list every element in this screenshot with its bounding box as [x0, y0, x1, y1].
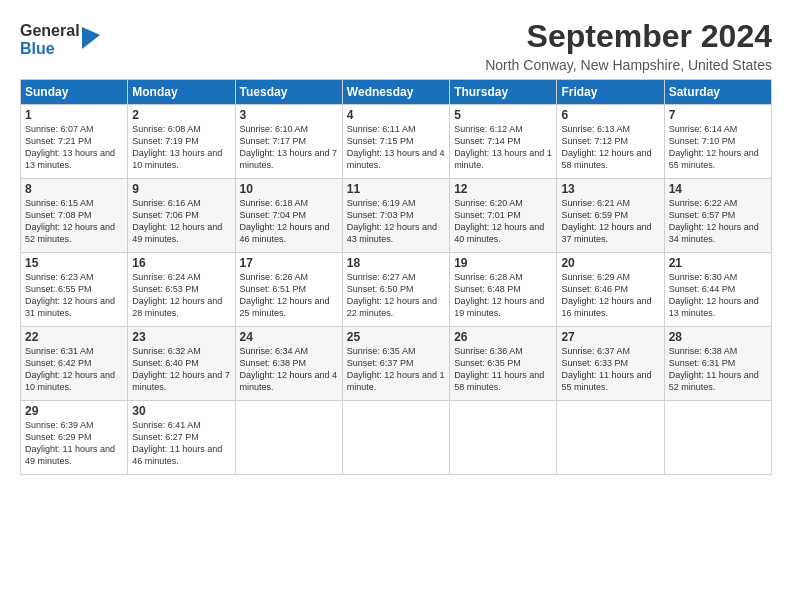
logo: General Blue [20, 22, 100, 57]
day-number: 3 [240, 108, 338, 122]
day-info: Sunrise: 6:23 AM Sunset: 6:55 PM Dayligh… [25, 271, 123, 320]
day-header: Friday [557, 80, 664, 105]
calendar-week-row: 1Sunrise: 6:07 AM Sunset: 7:21 PM Daylig… [21, 105, 772, 179]
calendar-table: SundayMondayTuesdayWednesdayThursdayFrid… [20, 79, 772, 475]
day-info: Sunrise: 6:13 AM Sunset: 7:12 PM Dayligh… [561, 123, 659, 172]
day-info: Sunrise: 6:39 AM Sunset: 6:29 PM Dayligh… [25, 419, 123, 468]
logo-blue: Blue [20, 40, 55, 57]
day-number: 13 [561, 182, 659, 196]
calendar-cell: 13Sunrise: 6:21 AM Sunset: 6:59 PM Dayli… [557, 179, 664, 253]
day-header: Thursday [450, 80, 557, 105]
day-info: Sunrise: 6:22 AM Sunset: 6:57 PM Dayligh… [669, 197, 767, 246]
calendar-cell [557, 401, 664, 475]
calendar-cell: 4Sunrise: 6:11 AM Sunset: 7:15 PM Daylig… [342, 105, 449, 179]
day-number: 29 [25, 404, 123, 418]
day-number: 7 [669, 108, 767, 122]
day-info: Sunrise: 6:36 AM Sunset: 6:35 PM Dayligh… [454, 345, 552, 394]
calendar-cell: 10Sunrise: 6:18 AM Sunset: 7:04 PM Dayli… [235, 179, 342, 253]
day-number: 11 [347, 182, 445, 196]
day-number: 6 [561, 108, 659, 122]
calendar-week-row: 15Sunrise: 6:23 AM Sunset: 6:55 PM Dayli… [21, 253, 772, 327]
calendar-cell: 19Sunrise: 6:28 AM Sunset: 6:48 PM Dayli… [450, 253, 557, 327]
day-info: Sunrise: 6:14 AM Sunset: 7:10 PM Dayligh… [669, 123, 767, 172]
day-info: Sunrise: 6:12 AM Sunset: 7:14 PM Dayligh… [454, 123, 552, 172]
day-info: Sunrise: 6:27 AM Sunset: 6:50 PM Dayligh… [347, 271, 445, 320]
calendar-cell: 22Sunrise: 6:31 AM Sunset: 6:42 PM Dayli… [21, 327, 128, 401]
calendar-cell: 3Sunrise: 6:10 AM Sunset: 7:17 PM Daylig… [235, 105, 342, 179]
day-header: Saturday [664, 80, 771, 105]
day-info: Sunrise: 6:30 AM Sunset: 6:44 PM Dayligh… [669, 271, 767, 320]
day-number: 8 [25, 182, 123, 196]
day-number: 2 [132, 108, 230, 122]
calendar-cell: 5Sunrise: 6:12 AM Sunset: 7:14 PM Daylig… [450, 105, 557, 179]
day-info: Sunrise: 6:38 AM Sunset: 6:31 PM Dayligh… [669, 345, 767, 394]
calendar-cell: 14Sunrise: 6:22 AM Sunset: 6:57 PM Dayli… [664, 179, 771, 253]
day-info: Sunrise: 6:18 AM Sunset: 7:04 PM Dayligh… [240, 197, 338, 246]
calendar-cell [664, 401, 771, 475]
day-number: 14 [669, 182, 767, 196]
calendar-cell: 25Sunrise: 6:35 AM Sunset: 6:37 PM Dayli… [342, 327, 449, 401]
logo-general: General [20, 22, 80, 39]
calendar-cell: 11Sunrise: 6:19 AM Sunset: 7:03 PM Dayli… [342, 179, 449, 253]
day-number: 17 [240, 256, 338, 270]
day-header: Monday [128, 80, 235, 105]
day-info: Sunrise: 6:32 AM Sunset: 6:40 PM Dayligh… [132, 345, 230, 394]
day-number: 27 [561, 330, 659, 344]
day-number: 9 [132, 182, 230, 196]
day-info: Sunrise: 6:31 AM Sunset: 6:42 PM Dayligh… [25, 345, 123, 394]
calendar-cell: 18Sunrise: 6:27 AM Sunset: 6:50 PM Dayli… [342, 253, 449, 327]
day-info: Sunrise: 6:11 AM Sunset: 7:15 PM Dayligh… [347, 123, 445, 172]
day-info: Sunrise: 6:19 AM Sunset: 7:03 PM Dayligh… [347, 197, 445, 246]
day-number: 21 [669, 256, 767, 270]
calendar-cell: 26Sunrise: 6:36 AM Sunset: 6:35 PM Dayli… [450, 327, 557, 401]
day-number: 10 [240, 182, 338, 196]
calendar-cell [342, 401, 449, 475]
calendar-page: General Blue September 2024 North Conway… [0, 0, 792, 612]
day-header: Wednesday [342, 80, 449, 105]
day-info: Sunrise: 6:10 AM Sunset: 7:17 PM Dayligh… [240, 123, 338, 172]
day-number: 30 [132, 404, 230, 418]
calendar-cell: 24Sunrise: 6:34 AM Sunset: 6:38 PM Dayli… [235, 327, 342, 401]
calendar-week-row: 8Sunrise: 6:15 AM Sunset: 7:08 PM Daylig… [21, 179, 772, 253]
svg-marker-0 [82, 27, 100, 49]
header: General Blue September 2024 North Conway… [20, 18, 772, 73]
location-title: North Conway, New Hampshire, United Stat… [485, 57, 772, 73]
calendar-cell: 9Sunrise: 6:16 AM Sunset: 7:06 PM Daylig… [128, 179, 235, 253]
day-info: Sunrise: 6:21 AM Sunset: 6:59 PM Dayligh… [561, 197, 659, 246]
day-info: Sunrise: 6:37 AM Sunset: 6:33 PM Dayligh… [561, 345, 659, 394]
calendar-cell: 17Sunrise: 6:26 AM Sunset: 6:51 PM Dayli… [235, 253, 342, 327]
day-number: 22 [25, 330, 123, 344]
logo-icon [82, 27, 100, 49]
day-info: Sunrise: 6:16 AM Sunset: 7:06 PM Dayligh… [132, 197, 230, 246]
day-number: 5 [454, 108, 552, 122]
day-number: 12 [454, 182, 552, 196]
calendar-cell: 28Sunrise: 6:38 AM Sunset: 6:31 PM Dayli… [664, 327, 771, 401]
calendar-cell [235, 401, 342, 475]
calendar-cell: 23Sunrise: 6:32 AM Sunset: 6:40 PM Dayli… [128, 327, 235, 401]
calendar-cell: 16Sunrise: 6:24 AM Sunset: 6:53 PM Dayli… [128, 253, 235, 327]
calendar-cell [450, 401, 557, 475]
day-number: 19 [454, 256, 552, 270]
day-number: 15 [25, 256, 123, 270]
day-number: 4 [347, 108, 445, 122]
day-info: Sunrise: 6:20 AM Sunset: 7:01 PM Dayligh… [454, 197, 552, 246]
day-info: Sunrise: 6:29 AM Sunset: 6:46 PM Dayligh… [561, 271, 659, 320]
calendar-cell: 15Sunrise: 6:23 AM Sunset: 6:55 PM Dayli… [21, 253, 128, 327]
calendar-cell: 21Sunrise: 6:30 AM Sunset: 6:44 PM Dayli… [664, 253, 771, 327]
day-number: 16 [132, 256, 230, 270]
day-number: 28 [669, 330, 767, 344]
day-number: 23 [132, 330, 230, 344]
day-info: Sunrise: 6:15 AM Sunset: 7:08 PM Dayligh… [25, 197, 123, 246]
day-info: Sunrise: 6:34 AM Sunset: 6:38 PM Dayligh… [240, 345, 338, 394]
calendar-week-row: 22Sunrise: 6:31 AM Sunset: 6:42 PM Dayli… [21, 327, 772, 401]
day-info: Sunrise: 6:26 AM Sunset: 6:51 PM Dayligh… [240, 271, 338, 320]
calendar-cell: 30Sunrise: 6:41 AM Sunset: 6:27 PM Dayli… [128, 401, 235, 475]
day-number: 25 [347, 330, 445, 344]
day-header: Sunday [21, 80, 128, 105]
calendar-cell: 12Sunrise: 6:20 AM Sunset: 7:01 PM Dayli… [450, 179, 557, 253]
day-number: 20 [561, 256, 659, 270]
day-info: Sunrise: 6:28 AM Sunset: 6:48 PM Dayligh… [454, 271, 552, 320]
calendar-cell: 6Sunrise: 6:13 AM Sunset: 7:12 PM Daylig… [557, 105, 664, 179]
calendar-week-row: 29Sunrise: 6:39 AM Sunset: 6:29 PM Dayli… [21, 401, 772, 475]
calendar-cell: 8Sunrise: 6:15 AM Sunset: 7:08 PM Daylig… [21, 179, 128, 253]
